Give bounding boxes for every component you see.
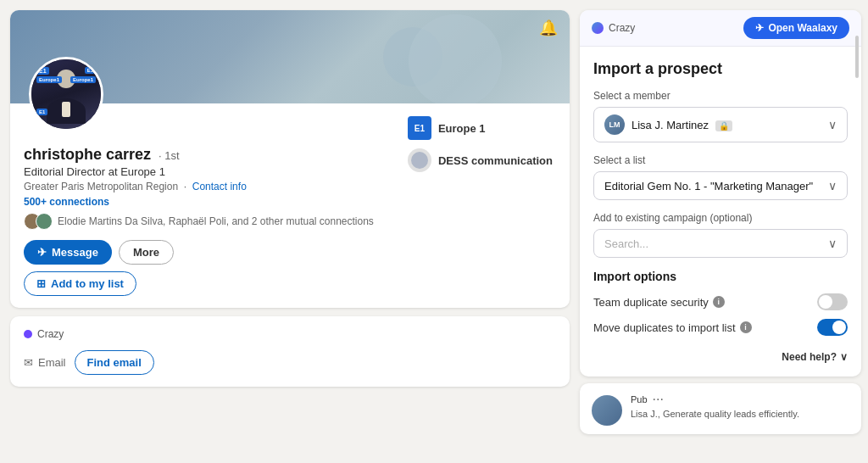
- profile-card: 🔔 E1 Europe1 Europe1: [10, 10, 570, 308]
- scrollbar-track: [855, 10, 860, 377]
- find-email-button[interactable]: Find email: [75, 350, 154, 375]
- waalaxy-topbar: Crazy ✈ Open Waalaxy: [580, 10, 861, 47]
- mutual-connections: Elodie Martins Da Silva, Raphaël Poli, a…: [24, 213, 556, 230]
- envelope-icon: ✉: [24, 356, 33, 369]
- bottom-dots-icon[interactable]: ···: [653, 392, 664, 407]
- campaign-label: Add to existing campaign (optional): [593, 212, 848, 224]
- email-actions: ✉ Email Find email: [24, 350, 556, 375]
- connections-count[interactable]: 500+ connections: [24, 196, 556, 208]
- waalaxy-brand: Crazy: [592, 22, 635, 34]
- crazy-email-card: Crazy ✉ Email Find email: [10, 316, 570, 387]
- bottom-name-text: Lisa J.,: [631, 409, 660, 419]
- message-button[interactable]: ✈ Message: [24, 240, 112, 265]
- europe1-logo: E1: [408, 116, 431, 140]
- bottom-card-content: Pub ··· Lisa J., Generate quality leads …: [631, 392, 849, 419]
- exp-dess: DESS communication: [408, 148, 553, 172]
- team-duplicate-toggle[interactable]: [817, 293, 848, 310]
- member-chevron-icon: ∨: [828, 118, 837, 131]
- need-help-text: Need help?: [782, 351, 837, 363]
- open-waalaxy-label: Open Waalaxy: [768, 22, 837, 34]
- pub-label: Pub: [631, 394, 648, 404]
- member-info: LM Lisa J. Martinez 🔒: [604, 114, 732, 135]
- import-title: Import a prospect: [593, 60, 848, 78]
- avatar: E1 Europe1 Europe1 E1 E1: [29, 57, 103, 131]
- campaign-search[interactable]: Search... ∨: [593, 229, 848, 258]
- right-sidebar: Crazy ✈ Open Waalaxy Import a prospect S…: [580, 0, 868, 463]
- search-placeholder: Search...: [604, 237, 648, 250]
- team-duplicate-info-icon: i: [713, 296, 725, 308]
- team-duplicate-text: Team duplicate security: [593, 296, 709, 309]
- mutual-text: Elodie Martins Da Silva, Raphaël Poli, a…: [58, 215, 374, 227]
- add-list-icon: ⊞: [36, 277, 46, 290]
- list-select[interactable]: Editorial Gem No. 1 - "Marketing Manager…: [593, 171, 848, 200]
- email-label-wrap: ✉ Email: [24, 356, 66, 369]
- exp-europe1: E1 Europe 1: [408, 116, 553, 140]
- waalaxy-rocket-icon: ✈: [755, 22, 764, 34]
- message-icon: ✈: [37, 246, 47, 259]
- bell-icon: 🔔: [539, 20, 558, 36]
- find-email-label: Find email: [87, 356, 142, 369]
- bottom-mini-avatar: [592, 395, 622, 426]
- crazy-dot-icon: [24, 330, 32, 338]
- email-text: Email: [38, 356, 66, 369]
- member-name: Lisa J. Martinez 🔒: [632, 119, 732, 131]
- list-label: Select a list: [593, 154, 848, 166]
- move-duplicates-label: Move duplicates to import list i: [593, 321, 752, 334]
- crazy-header: Crazy: [24, 328, 556, 340]
- need-help-chevron-icon: ∨: [840, 351, 848, 363]
- mutual-avatars: [24, 213, 53, 230]
- move-duplicates-toggle[interactable]: [817, 319, 848, 336]
- member-avatar: LM: [604, 114, 625, 135]
- campaign-chevron-icon: ∨: [828, 237, 837, 250]
- move-duplicates-row: Move duplicates to import list i: [593, 319, 848, 336]
- open-waalaxy-button[interactable]: ✈ Open Waalaxy: [743, 17, 849, 39]
- list-name-text: Editorial Gem No. 1 - "Marketing Manager…: [604, 180, 813, 192]
- scrollbar-thumb: [855, 36, 859, 78]
- contact-info-link[interactable]: Contact info: [192, 181, 247, 192]
- member-select[interactable]: LM Lisa J. Martinez 🔒 ∨: [593, 107, 848, 142]
- profile-actions: ✈ Message More: [24, 240, 556, 265]
- team-duplicate-row: Team duplicate security i: [593, 293, 848, 310]
- waalaxy-brand-label: Crazy: [609, 22, 635, 34]
- dess-logo: [408, 148, 431, 172]
- profile-name-text: christophe carrez: [24, 146, 151, 163]
- import-options-title: Import options: [593, 270, 848, 283]
- move-duplicates-text: Move duplicates to import list: [593, 321, 736, 334]
- exp-europe1-name: Europe 1: [438, 122, 486, 135]
- add-list-label: Add to my list: [51, 277, 124, 290]
- team-duplicate-label: Team duplicate security i: [593, 296, 725, 309]
- more-button[interactable]: More: [119, 240, 174, 265]
- move-duplicates-info-icon: i: [740, 321, 752, 333]
- bottom-desc-text: Generate quality leads efficiently.: [663, 409, 799, 419]
- member-label: Select a member: [593, 90, 848, 102]
- member-name-text: Lisa J. Martinez: [632, 119, 709, 131]
- planet-icon: [592, 22, 604, 34]
- add-to-list-button[interactable]: ⊞ Add to my list: [24, 271, 136, 296]
- location-text: Greater Paris Metropolitan Region: [24, 181, 178, 192]
- profile-degree: · 1st: [159, 149, 180, 162]
- need-help-section[interactable]: Need help? ∨: [593, 344, 848, 363]
- waalaxy-bottom-card: Pub ··· Lisa J., Generate quality leads …: [580, 383, 861, 434]
- profile-experience: E1 Europe 1 DESS communication: [408, 116, 553, 172]
- exp-dess-name: DESS communication: [438, 154, 553, 167]
- profile-avatar-wrap: E1 Europe1 Europe1 E1 E1: [29, 57, 103, 131]
- crazy-label: Crazy: [37, 328, 64, 340]
- profile-location: Greater Paris Metropolitan Region · Cont…: [24, 181, 556, 192]
- waalaxy-body: Import a prospect Select a member LM Lis…: [580, 47, 861, 377]
- message-label: Message: [52, 246, 98, 259]
- mutual-avatar-2: [36, 213, 53, 230]
- list-chevron-icon: ∨: [828, 179, 837, 192]
- bottom-card-desc: Lisa J., Generate quality leads efficien…: [631, 409, 849, 419]
- more-label: More: [133, 246, 159, 259]
- notification-bell[interactable]: 🔔: [539, 19, 558, 37]
- waalaxy-panel: Crazy ✈ Open Waalaxy Import a prospect S…: [580, 10, 861, 377]
